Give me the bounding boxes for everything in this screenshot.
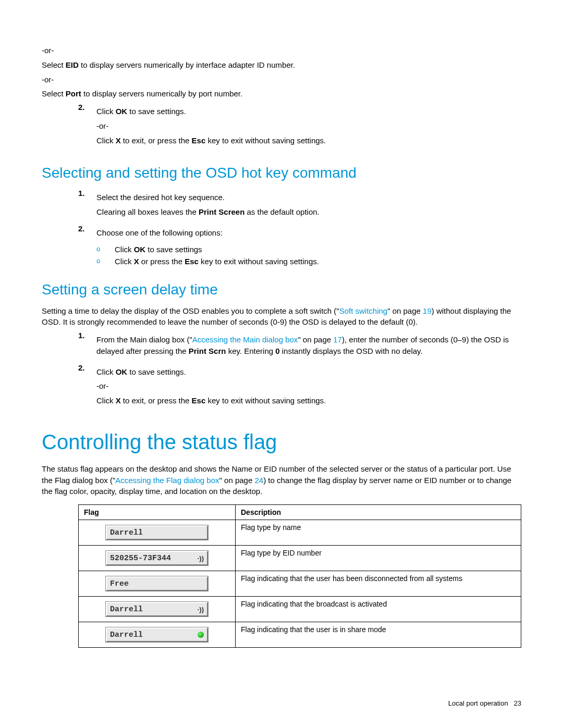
text-line: Click X or press the Esc key to exit wit… [115,257,521,266]
flag-table: Flag Description Darrell Flag type by na… [78,504,521,648]
desc-cell: Flag indicating that the broadcast is ac… [236,597,521,622]
text: key to exit without saving settings. [199,257,319,266]
text: key to exit without saving settings. [205,136,326,145]
text: Clearing all boxes leaves the [96,207,199,216]
desc-cell: Flag indicating that the user has been d… [236,571,521,597]
share-mode-icon [198,632,204,638]
paragraph: Setting a time to delay the display of t… [42,305,521,328]
text: " on page [219,476,255,485]
flag-cell: Darrell [79,520,236,546]
table-row: Darrell ·)) Flag indicating that the bro… [79,597,521,622]
table-header-row: Flag Description [79,505,521,520]
text-line: Click OK to save settings [115,245,521,254]
table-row: Free Flag indicating that the user has b… [79,571,521,597]
list-number: 1. [78,331,96,360]
link-main-dialog[interactable]: Accessing the Main dialog box [192,335,298,344]
text-bold: Esc [185,257,199,266]
sub-list-item: o Click X or press the Esc key to exit w… [96,257,521,266]
th-description: Description [236,505,521,520]
text-bold: X [134,257,139,266]
text: Click [96,367,116,376]
list-body: Choose one of the following options: [96,224,521,242]
list-item: 1. Select the desired hot key sequence. … [78,189,521,221]
text-or: -or- [96,120,521,132]
text-line: Select the desired hot key sequence. [96,192,521,203]
text-bold: Print Screen [199,207,244,216]
text: to exit, or press the [121,396,192,405]
text-bold: 0 [275,347,279,355]
text-bold: EID [66,60,79,69]
footer-text: Local port operation [448,699,508,707]
link-page-19[interactable]: 19 [423,306,432,315]
text: to save settings. [127,367,186,376]
flag-label: Free [110,579,129,588]
table-row: 520255-73F344 ·)) Flag type by EID numbe… [79,546,521,571]
text: Select [42,89,66,98]
text-bold: OK [116,367,128,376]
text: Click [96,136,116,145]
list-item: 2. Click OK to save settings. -or- Click… [78,103,521,149]
list-number: 2. [78,224,96,242]
text: Click [115,245,134,254]
text: instantly displays the OSD with no delay… [280,347,423,355]
desc-cell: Flag type by EID number [236,546,521,571]
text-bold: X [116,136,121,145]
text-bold: Print Scrn [189,347,226,355]
link-page-24[interactable]: 24 [254,476,263,485]
heading-delay: Setting a screen delay time [42,281,521,298]
text-or: -or- [42,74,521,85]
flag-label: Darrell [110,631,143,639]
bullet-mark: o [96,257,115,266]
list-body: Click OK to save settings. -or- Click X … [96,103,521,149]
text: " on page [387,306,423,315]
list-body: From the Main dialog box ("Accessing the… [96,334,521,357]
flag-label: 520255-73F344 [110,554,171,563]
text-bold: OK [134,245,146,254]
text: Setting a time to delay the display of t… [42,306,339,315]
text-bold: Esc [192,136,206,145]
table-row: Darrell Flag indicating that the user is… [79,622,521,648]
text-bold: Port [66,89,81,98]
flag-box-free: Free [106,576,208,591]
text: to exit, or press the [121,136,192,145]
text-line: Choose one of the following options: [96,227,521,239]
text: Click [96,396,116,405]
list-body: Click OK to save settings. -or- Click X … [96,363,521,410]
broadcast-icon: ·)) [198,606,204,613]
text-or: -or- [42,45,521,56]
text-line: Click X to exit, or press the Esc key to… [96,395,521,406]
desc-cell: Flag type by name [236,520,521,546]
list-item: 2. Click OK to save settings. -or- Click… [78,363,521,410]
paragraph: The status flag appears on the desktop a… [42,463,521,497]
link-flag-dialog[interactable]: Accessing the Flag dialog box [115,476,219,485]
text-bold: X [116,396,121,405]
list-item: 2. Choose one of the following options: [78,224,521,242]
text-line: Click X to exit, or press the Esc key to… [96,135,521,146]
desc-cell: Flag indicating that the user is in shar… [236,622,521,648]
flag-label: Darrell [110,528,143,537]
text: or press the [139,257,185,266]
link-soft-switching[interactable]: Soft switching [339,306,388,315]
sub-list-item: o Click OK to save settings [96,245,521,254]
flag-box-broadcast: Darrell ·)) [106,602,208,616]
page-footer: Local port operation 23 [448,699,521,707]
text: From the Main dialog box (" [96,335,192,344]
list-number: 1. [78,189,96,221]
text: key to exit without saving settings. [205,396,326,405]
table-row: Darrell Flag type by name [79,520,521,546]
text-line: Clearing all boxes leaves the Print Scre… [96,206,521,218]
text-line: Select EID to display servers numericall… [42,59,521,71]
text: to display servers numerically by port n… [81,89,242,98]
broadcast-icon: ·)) [198,554,204,562]
text: Click [96,107,116,116]
flag-label: Darrell [110,605,143,614]
text-line: Click OK to save settings. [96,366,521,378]
text: key. Entering [226,347,275,355]
document-page: -or- Select EID to display servers numer… [0,0,563,728]
text: as the default option. [244,207,319,216]
heading-hotkey: Selecting and setting the OSD hot key co… [42,165,521,181]
link-page-17[interactable]: 17 [333,335,342,344]
text-line: Click OK to save settings. [96,106,521,117]
flag-cell: Free [79,571,236,597]
text: " on page [298,335,333,344]
